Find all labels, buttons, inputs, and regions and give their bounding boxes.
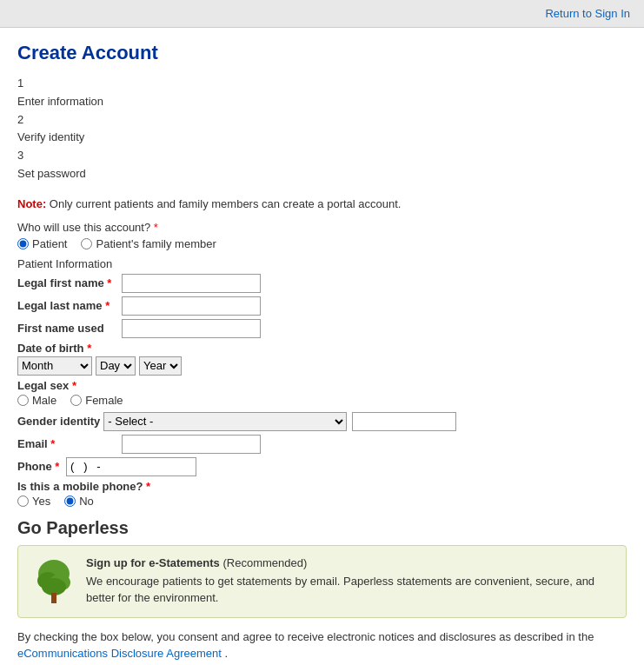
- return-to-signin-link[interactable]: Return to Sign In: [545, 7, 630, 20]
- mobile-yes-text: Yes: [32, 495, 50, 508]
- top-bar: Return to Sign In: [0, 0, 644, 28]
- e-statements-heading: Sign up for e-Statements (Recommended): [86, 556, 612, 569]
- note-label: Note:: [17, 197, 46, 210]
- signup-bold-label: Sign up for e-Statements: [86, 556, 220, 569]
- patient-radio-label[interactable]: Patient: [17, 237, 67, 250]
- note-box: Note: Only current patients and family m…: [17, 197, 627, 210]
- mobile-no-text: No: [79, 495, 94, 508]
- email-label: Email *: [17, 437, 122, 450]
- email-input[interactable]: [122, 435, 261, 454]
- female-radio-label[interactable]: Female: [70, 394, 123, 407]
- go-paperless-title: Go Paperless: [17, 518, 627, 538]
- legal-first-name-row: Legal first name *: [17, 274, 627, 293]
- female-label: Female: [85, 394, 123, 407]
- e-statements-text: Sign up for e-Statements (Recommended) W…: [86, 556, 612, 607]
- mobile-yes-label[interactable]: Yes: [17, 495, 50, 508]
- tree-icon: [32, 556, 76, 604]
- male-radio[interactable]: [17, 395, 29, 406]
- step-1-label: Enter information: [17, 93, 627, 111]
- legal-last-name-input[interactable]: [122, 296, 261, 316]
- step-2-label: Verify identity: [17, 129, 627, 147]
- recommended-label: (Recommended): [222, 556, 307, 569]
- phone-input[interactable]: [66, 457, 196, 476]
- consent-text: By checking the box below, you consent a…: [17, 628, 627, 662]
- family-radio-label[interactable]: Patient's family member: [81, 237, 216, 250]
- legal-sex-label: Legal sex *: [17, 379, 627, 392]
- who-section: Who will use this account? * Patient Pat…: [17, 221, 627, 250]
- legal-sex-radio-group: Male Female: [17, 394, 627, 407]
- gender-identity-label: Gender identity: [17, 415, 100, 428]
- patient-radio[interactable]: [17, 238, 29, 249]
- mobile-radio-group: Yes No: [17, 495, 627, 508]
- mobile-yes-radio[interactable]: [17, 495, 29, 507]
- male-label: Male: [32, 394, 56, 407]
- female-radio[interactable]: [70, 395, 82, 406]
- step-3-label: Set password: [17, 165, 627, 183]
- dob-label: Date of birth *: [17, 342, 627, 355]
- email-row: Email *: [17, 435, 627, 454]
- ecommunications-link[interactable]: eCommunications Disclosure Agreement: [17, 647, 222, 660]
- legal-first-name-label: Legal first name *: [17, 276, 122, 289]
- step-1-num: 1: [17, 75, 627, 93]
- e-statements-box: Sign up for e-Statements (Recommended) W…: [17, 545, 627, 618]
- svg-rect-4: [51, 593, 56, 603]
- legal-last-name-label: Legal last name *: [17, 299, 122, 312]
- patient-label: Patient: [32, 237, 67, 250]
- first-name-used-row: First name used: [17, 319, 627, 338]
- step-3-num: 3: [17, 147, 627, 165]
- legal-last-name-row: Legal last name *: [17, 296, 627, 316]
- mobile-question-label: Is this a mobile phone? *: [17, 480, 627, 493]
- dob-month-select[interactable]: Month January February March April May J…: [17, 356, 92, 376]
- main-content: Create Account 1 Enter information 2 Ver…: [0, 28, 644, 665]
- dob-selects: Month January February March April May J…: [17, 356, 627, 376]
- note-text: Only current patients and family members…: [50, 197, 402, 210]
- first-name-used-input[interactable]: [122, 319, 261, 338]
- first-name-used-label: First name used: [17, 322, 122, 335]
- family-radio[interactable]: [81, 238, 92, 249]
- gender-identity-text-input[interactable]: [352, 412, 456, 431]
- family-label: Patient's family member: [96, 237, 216, 250]
- dob-day-select[interactable]: Day 12345 678910 1112131415 1617181920 2…: [96, 356, 136, 376]
- mobile-no-radio[interactable]: [64, 495, 76, 507]
- page-title: Create Account: [17, 42, 627, 64]
- steps-list: 1 Enter information 2 Verify identity 3 …: [17, 75, 627, 183]
- gender-identity-row: Gender identity - Select - Male Female N…: [17, 412, 627, 431]
- male-radio-label[interactable]: Male: [17, 394, 56, 407]
- consent-after: .: [224, 647, 228, 660]
- legal-first-name-input[interactable]: [122, 274, 261, 293]
- dob-year-select[interactable]: Year: [139, 356, 182, 376]
- phone-label: Phone *: [17, 460, 66, 473]
- account-type-radio-group: Patient Patient's family member: [17, 237, 627, 250]
- e-statements-description: We encourage patients to get statements …: [86, 573, 612, 607]
- step-2-num: 2: [17, 111, 627, 130]
- patient-info-section-title: Patient Information: [17, 257, 627, 270]
- mobile-no-label[interactable]: No: [64, 495, 94, 508]
- phone-row: Phone *: [17, 457, 627, 476]
- gender-identity-select[interactable]: - Select - Male Female Non-binary Prefer…: [103, 412, 347, 431]
- consent-before: By checking the box below, you consent a…: [17, 630, 594, 643]
- who-label: Who will use this account? *: [17, 221, 627, 234]
